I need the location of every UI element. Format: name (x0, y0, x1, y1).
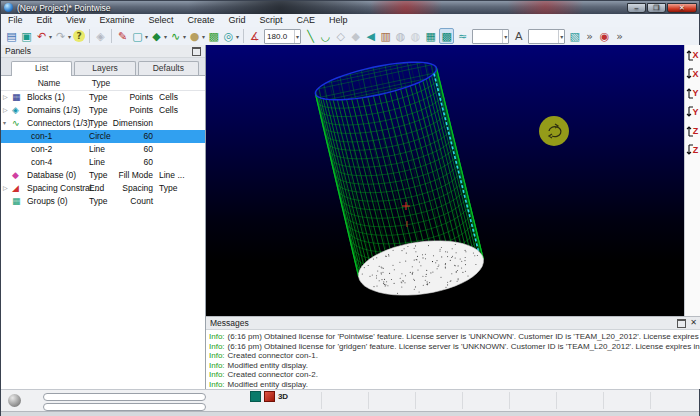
tree-row[interactable]: ▷◈Domains (1/3)TypePointsCells (1, 104, 205, 117)
unstructured-domain-icon: ▩ (440, 29, 453, 44)
extrude-block-button[interactable]: ▥ (379, 28, 392, 44)
tab-defaults[interactable]: Defaults (138, 61, 199, 75)
tree-cell-value1: 60 (101, 157, 153, 168)
tree-column-type[interactable]: Type (79, 78, 123, 88)
tab-layers[interactable]: Layers (74, 61, 135, 75)
menu-grid[interactable]: Grid (221, 14, 252, 27)
tree-cell-value1: 60 (101, 144, 153, 155)
chevron-down-icon: ▾ (145, 33, 148, 40)
menu-view[interactable]: View (59, 14, 92, 27)
title-bar[interactable]: (New Project)* Pointwise – ❐ ✕ (1, 1, 699, 14)
float-messages-icon[interactable] (677, 319, 686, 328)
circle-curve-button[interactable]: ◡ (319, 28, 332, 44)
tree-expander-icon[interactable]: ▷ (3, 92, 8, 103)
structured-domain-button[interactable]: ▦ (424, 28, 437, 44)
open-file-button[interactable]: ▣ (20, 28, 33, 44)
messages-body[interactable]: Info:(6:16 pm) Obtained license for 'Poi… (206, 330, 700, 390)
layer-assign-button[interactable]: ▧ (568, 28, 581, 44)
overflow-left-button[interactable]: » (583, 28, 596, 44)
menu-select[interactable]: Select (141, 14, 180, 27)
view-plus-z-button[interactable]: Z (686, 123, 700, 139)
chevron-down-icon: ▾ (183, 33, 186, 40)
assemble-wedge-button[interactable]: ◀ (364, 28, 377, 44)
tree-expander-icon[interactable]: ▷ (3, 183, 8, 194)
tree-cell-name: Database (0) (27, 170, 76, 181)
menu-script[interactable]: Script (252, 14, 289, 27)
show-hide-entities-button[interactable]: ◈ (94, 28, 107, 44)
view-minus-x-button[interactable]: X (686, 66, 700, 82)
close-button[interactable]: ✕ (667, 3, 697, 13)
two-point-curve-button[interactable]: ╲ (304, 28, 317, 44)
tree-row[interactable]: con-4Line60 (1, 156, 205, 169)
create-connector-button[interactable]: ∿▾ (169, 28, 186, 44)
database-sphere-button[interactable]: ●▾ (188, 28, 205, 44)
maximize-button[interactable]: ❐ (647, 3, 666, 13)
layer-select-combo[interactable]: ▾ (528, 29, 565, 44)
join-connectors-button[interactable]: ≈ (456, 28, 469, 44)
tree-expander-icon[interactable]: ▾ (3, 118, 6, 129)
tree-row[interactable]: ▾∿Connectors (1/3)TypeDimension (1, 117, 205, 130)
message-level: Info: (209, 332, 225, 341)
mesh-sphere-structured-button[interactable]: ◍ (394, 28, 407, 44)
menu-edit[interactable]: Edit (30, 14, 60, 27)
window-bottom-edge (1, 411, 699, 416)
menu-help[interactable]: Help (322, 14, 355, 27)
status-field-top (43, 393, 206, 401)
redo-button[interactable]: ↷▾ (54, 28, 71, 44)
chevron-down-icon: ▾ (558, 30, 564, 43)
angle-combo[interactable]: 180.0▾ (264, 29, 301, 44)
dimension-tool-button[interactable]: ◇ (334, 28, 347, 44)
menu-cae[interactable]: CAE (289, 14, 322, 27)
chevron-down-icon: ▾ (49, 33, 52, 40)
tree-row[interactable]: con-1Circle60 (1, 130, 205, 143)
float-panel-icon[interactable] (192, 47, 201, 56)
text-annotation-button[interactable]: A (512, 28, 525, 44)
axis-arrow-icon (686, 124, 694, 138)
chevron-down-icon: ▾ (236, 33, 239, 40)
save-button[interactable]: ▤ (5, 28, 18, 44)
tree-cell-value2: Cells (159, 92, 178, 103)
close-messages-icon[interactable]: ✕ (690, 319, 697, 327)
tree-row[interactable]: ▷◢Spacing Constrai...EndSpacingType (1, 182, 205, 195)
image-capture-button[interactable]: ▩ (207, 28, 220, 44)
axis-arrow-icon (686, 105, 694, 119)
help-button[interactable]: ? (73, 28, 85, 44)
menu-examine[interactable]: Examine (92, 14, 141, 27)
axis-arrow-icon (686, 143, 694, 157)
solver-select-combo[interactable]: ▾ (472, 29, 509, 44)
panels-header: Panels (1, 45, 205, 58)
orbit-view-button[interactable]: ◎▾ (222, 28, 239, 44)
menu-file[interactable]: File (1, 14, 30, 27)
display-attributes-button[interactable]: ✎ (116, 28, 129, 44)
tree-row[interactable]: ▷▦Blocks (1)TypePointsCells (1, 91, 205, 104)
minimize-button[interactable]: – (627, 3, 646, 13)
mask-entities-button[interactable]: ◉ (598, 28, 611, 44)
tree-expander-icon[interactable]: ▷ (3, 105, 8, 116)
tab-list[interactable]: List (11, 61, 72, 76)
unstructured-domain-button[interactable]: ▩ (439, 28, 454, 44)
tree-row[interactable]: ▦Groups (0)TypeCount (1, 195, 205, 208)
overflow-right-icon: » (613, 29, 626, 44)
viewport-3d[interactable] (206, 45, 684, 316)
two-point-curve-icon: ╲ (304, 29, 317, 44)
undo-button[interactable]: ↶▾ (35, 28, 52, 44)
tree-rows: ▷▦Blocks (1)TypePointsCells▷◈Domains (1/… (1, 91, 205, 208)
tree-cell-name: Domains (1/3) (27, 105, 80, 116)
mesh-sphere-unstructured-button[interactable]: ◍ (409, 28, 422, 44)
spacing-constraints-icon: ◢ (12, 183, 19, 194)
rotation-angle-button[interactable]: ∡ (248, 28, 261, 44)
view-minus-z-button[interactable]: Z (686, 142, 700, 158)
tree-row[interactable]: ◆Database (0)TypeFill ModeLine ... (1, 169, 205, 182)
tree-row[interactable]: con-2Line60 (1, 143, 205, 156)
view-minus-y-button[interactable]: Y (686, 104, 700, 120)
menu-create[interactable]: Create (180, 14, 221, 27)
axis-arrow-icon (686, 48, 694, 62)
view-style-button[interactable]: ▢▾ (131, 28, 148, 44)
distribute-tool-button[interactable]: ◆ (349, 28, 362, 44)
tree-column-name[interactable]: Name (19, 78, 79, 88)
overflow-right-button[interactable]: » (613, 28, 626, 44)
view-plus-y-button[interactable]: Y (686, 85, 700, 101)
view-plus-x-button[interactable]: X (686, 47, 700, 63)
entity-filter-button[interactable]: ◆▾ (150, 28, 167, 44)
message-line: Info:(6:16 pm) Obtained license for 'Poi… (209, 332, 700, 342)
